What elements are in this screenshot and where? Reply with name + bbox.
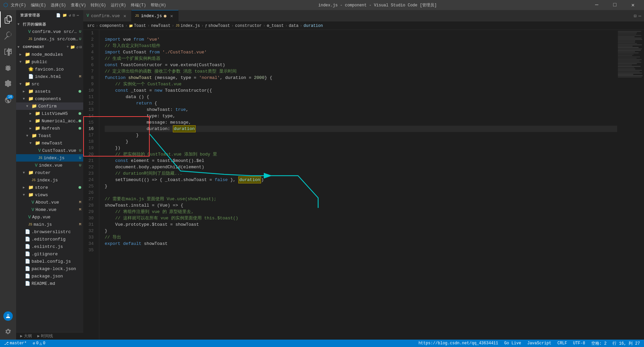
tree-item-components[interactable]: ▼📁components [16,95,83,102]
maximize-button[interactable]: □ [607,0,623,10]
tree-item-node-modules[interactable]: ▶📁node_modules [16,51,83,58]
tree-item-about-vue[interactable]: VAbout.vueM [16,199,83,206]
tree-item-router[interactable]: ▼📁router [16,169,83,176]
minimize-button[interactable]: ─ [589,0,604,10]
title-bar-menu[interactable]: 文件(F) 编辑(E) 选择(S) 查看(V) 转到(G) 运行(R) 终端(T… [11,2,166,8]
breadcrumb-toast2[interactable]: ⚙_toast [267,23,284,28]
more-icon[interactable]: ⋯ [77,13,79,17]
open-file-confirm-vue[interactable]: V confirm.vue src/... U [16,28,83,35]
new-folder-icon[interactable]: 📁 [62,13,67,17]
tab-confirm-vue[interactable]: V confirm.vue ✕ [83,10,132,21]
menu-help[interactable]: 帮助(H) [151,2,166,8]
new-folder-btn[interactable]: 📁 [70,45,75,50]
status-url[interactable]: https://blog.csdn.net/qq_43634411 [417,341,500,346]
breadcrumb-constructor[interactable]: constructor [235,24,262,28]
activity-remote[interactable]: 16 [0,92,16,108]
user-avatar[interactable] [3,311,13,321]
breadcrumb-components[interactable]: components [100,24,124,28]
breadcrumb-newtoast[interactable]: newToast [151,24,170,28]
index-js-tab-close[interactable]: ✕ [168,13,175,19]
menu-select[interactable]: 选择(S) [51,2,66,8]
tree-item-store[interactable]: ▶📁store [16,184,83,191]
tree-item-main-js[interactable]: JSmain.jsM [16,221,83,228]
menu-terminal[interactable]: 终端(T) [131,2,146,8]
tree-item-babel-config-js[interactable]: 📄babel.config.js [16,258,83,265]
tree-item-numerical-accuracy[interactable]: ▶📁Numerical_accuracy [16,117,83,125]
split-editor-icon[interactable]: ⊡ [634,13,636,19]
tree-item-custtoast-vue[interactable]: VCustToast.vueU [16,147,83,154]
tree-item-index-vue[interactable]: Vindex.vueU [16,162,83,169]
cursor-position-status[interactable]: 行 16, 列 27 [611,341,641,346]
tree-item-name: index.html [35,74,79,79]
go-live-status[interactable]: Go Live [503,341,523,346]
tree-item-newtoast[interactable]: ▼📁newToast [16,139,83,147]
open-file-index-js[interactable]: JS index.js src/comp... U [16,35,83,43]
tree-item-home-vue[interactable]: VHome.vueM [16,206,83,213]
activity-search[interactable] [0,28,16,44]
component-section[interactable]: ▼ COMPONENT + 📁 ↺ ⊟ [16,43,83,51]
code-editor[interactable]: 1234567891011121314151617181920212223242… [83,30,617,340]
tree-item-index-js[interactable]: JSindex.js [16,176,83,184]
tree-item-assets[interactable]: ▶📁assets [16,88,83,95]
breadcrumb-indexjs[interactable]: JSindex.js [176,24,200,28]
refresh-icon[interactable]: ↺ [69,13,71,17]
timeline-panel[interactable]: ▶ 时间线 [37,333,53,339]
language-status[interactable]: JavaScript [526,341,553,346]
editor-actions[interactable]: ⊡ ⋯ [631,10,644,21]
error-status[interactable]: ⊘ 0 △ 0 [31,341,47,346]
breadcrumb-showtoast[interactable]: ƒshowToast [205,24,230,28]
open-editors-section[interactable]: ▼ 打开的编辑器 [16,20,83,28]
tab-index-js[interactable]: JS index.js ✕ [132,10,179,21]
close-button[interactable]: ✕ [625,0,641,10]
window-controls[interactable]: ─ □ ✕ [589,0,641,10]
tree-item-public[interactable]: ▼📁public [16,58,83,66]
menu-file[interactable]: 文件(F) [11,2,26,8]
confirm-vue-tab-close[interactable]: ✕ [122,13,128,19]
sidebar-header-icons[interactable]: 📄 📁 ↺ ⊟ ⋯ [56,13,79,17]
menu-run[interactable]: 运行(R) [111,2,126,8]
more-actions-icon[interactable]: ⋯ [639,13,641,19]
tree-item-src[interactable]: ▼📁src [16,80,83,88]
tree-item-toast[interactable]: ▼📁Toast [16,132,83,139]
tree-item-readme-md[interactable]: 📄README.md [16,280,83,287]
tree-item-package-json[interactable]: 📄package.json [16,272,83,280]
new-file-icon[interactable]: 📄 [56,13,61,17]
encoding-status[interactable]: UTF-8 [572,341,587,346]
tree-item--editorconfig[interactable]: 📄.editorconfig [16,235,83,243]
tree-item--eslintrc-js[interactable]: 📄.eslintrc.js [16,243,83,250]
menu-goto[interactable]: 转到(G) [91,2,106,8]
eol-status[interactable]: CRLF [556,341,568,346]
activity-explorer[interactable] [0,11,16,28]
tree-item-index-js[interactable]: JSindex.jsU [16,154,83,162]
breadcrumb-src[interactable]: src [87,24,95,28]
activity-source-control[interactable] [0,44,16,60]
menu-edit[interactable]: 编辑(E) [31,2,46,8]
new-file-btn[interactable]: + [66,45,69,50]
tree-item-refresh[interactable]: ▶📁Refresh [16,125,83,132]
activity-settings[interactable] [0,323,16,340]
tree-item--gitignore[interactable]: 📄.gitignore [16,250,83,258]
menu-view[interactable]: 查看(V) [71,2,86,8]
tree-item-listviewh5[interactable]: ▶📁ListViewH5 [16,110,83,117]
tree-item-favicon-ico[interactable]: 🌟favicon.ico [16,66,83,73]
tree-item-index-html[interactable]: 📄index.htmlM [16,73,83,80]
tree-item-views[interactable]: ▼📁views [16,191,83,199]
tree-item-name: components [35,96,83,101]
activity-debug[interactable] [0,60,16,76]
breadcrumb-toast[interactable]: 📁Toast [129,24,146,28]
collapse-icon[interactable]: ⊟ [73,13,76,17]
tree-item-name: About.vue [36,200,79,205]
activity-extensions[interactable] [0,76,16,92]
token-kw: default [123,241,142,247]
breadcrumb-data[interactable]: data [289,24,299,28]
branch-status[interactable]: ⎇ master* [3,341,28,346]
tree-item-confirm[interactable]: ▼📁Confirm [16,102,83,110]
indent-status[interactable]: 空格: 2 [590,341,608,346]
tree-item-package-lock-json[interactable]: 📄package-lock.json [16,265,83,272]
outline-panel[interactable]: ▶ 大纲 [20,333,32,339]
breadcrumb-duration[interactable]: duration [304,24,323,28]
tree-item--browserslistrc[interactable]: 📄.browserslistrc [16,228,83,235]
refresh-btn[interactable]: ↺ [76,45,79,50]
tree-item-app-vue[interactable]: VApp.vue [16,213,83,221]
collapse-btn[interactable]: ⊟ [80,45,82,50]
